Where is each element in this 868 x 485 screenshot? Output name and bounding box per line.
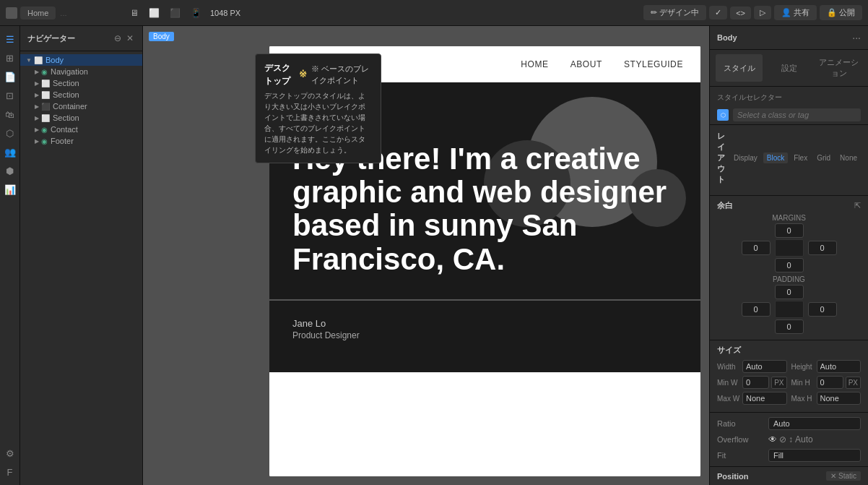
hero2-name: Jane Lo	[292, 318, 677, 329]
foot-item-icon: ◉	[41, 137, 48, 145]
width-select[interactable]: Auto	[742, 360, 787, 373]
position-value: Static	[838, 472, 856, 480]
padding-left-input[interactable]	[742, 302, 771, 317]
padding-label: PADDING	[717, 275, 861, 283]
min-w-input[interactable]	[742, 376, 769, 389]
tablet-view-button[interactable]: ⬜	[144, 5, 164, 21]
tab-animations[interactable]: アニメーション	[815, 54, 862, 82]
body-item-icon: ⬜	[34, 56, 43, 64]
layout-title: レイアウト	[717, 131, 730, 185]
tooltip-description: デスクトップのスタイルは、より大きい又は小さいブレイクポイントで上書きされていな…	[264, 90, 372, 155]
interactions-icon[interactable]: ⬡	[1, 124, 19, 142]
tree-item-footer[interactable]: ▶ ◉ Footer	[20, 135, 142, 147]
overflow-eye-icon[interactable]: 👁	[768, 434, 777, 445]
style-selector-label: スタイルセレクター	[710, 87, 868, 106]
margin-left-input[interactable]	[742, 241, 771, 255]
tooltip-title: デスクトップ ※ ※ ベースのブレイクポイント	[264, 61, 372, 87]
max-w-select[interactable]: None	[742, 392, 787, 405]
position-static-button[interactable]: ✕ Static	[826, 471, 861, 481]
nav-add-button[interactable]: ✕	[125, 32, 135, 45]
display-btn-display[interactable]: Display	[730, 153, 761, 163]
mobile-view-button[interactable]: 📱	[186, 5, 206, 21]
overflow-label: Overflow	[717, 435, 764, 444]
padding-top-input[interactable]	[775, 285, 804, 299]
fit-select[interactable]: Fill	[768, 449, 861, 462]
ecommerce-icon[interactable]: 🛍	[1, 106, 19, 123]
c-item-icon: ⬛	[41, 103, 50, 111]
icon-bar: ☰ ⊞ 📄 ⊡ 🛍 ⬡ 👥 ⬢ 📊 ⚙ F	[0, 26, 20, 485]
overflow-scroll-icon[interactable]: ↕	[789, 434, 793, 445]
overflow-auto-icon[interactable]: Auto	[795, 434, 813, 445]
max-h-select[interactable]: None	[817, 392, 862, 405]
display-btn-block[interactable]: Block	[763, 153, 788, 163]
expand-margin-icon[interactable]: ⇱	[854, 201, 861, 210]
position-section: Position ✕ Static ▶ Float and clear	[710, 467, 868, 485]
tree-item-container[interactable]: ▶ ⬛ Container	[20, 100, 142, 112]
tree-item-section2[interactable]: ▶ ⬜ Section	[20, 89, 142, 100]
nav-link-home[interactable]: HOME	[521, 59, 548, 69]
width-group: Width Auto	[717, 360, 787, 373]
max-h-group: Max H None	[791, 392, 862, 405]
nav-item-label: Navigation	[51, 67, 138, 76]
topbar-logo	[6, 7, 17, 19]
tab-settings[interactable]: 設定	[765, 54, 812, 82]
publish-button[interactable]: 🔒 公開	[820, 5, 862, 20]
padding-right-input[interactable]	[808, 302, 837, 317]
website-nav-links: HOME ABOUT STYLEGUIDE	[521, 59, 683, 69]
topbar-left: Home ...	[0, 7, 123, 20]
overflow-slash-icon[interactable]: ⊘	[779, 434, 786, 445]
hero2-title: Product Designer	[292, 330, 677, 340]
apps-icon[interactable]: F	[1, 463, 19, 481]
seo-icon[interactable]: 📊	[1, 181, 19, 198]
home-button[interactable]: Home	[20, 7, 56, 20]
margin-right-input[interactable]	[808, 241, 837, 255]
body-item-label: Body	[45, 56, 138, 64]
icon-bar-bottom: ⚙ F	[1, 445, 19, 481]
padding-center-box	[775, 301, 804, 318]
assets-icon[interactable]: ⊞	[1, 49, 19, 66]
display-btn-flex[interactable]: Flex	[790, 153, 811, 163]
fit-row: Fit Fill	[710, 447, 868, 464]
display-btn-none[interactable]: None	[836, 153, 861, 163]
min-h-input[interactable]	[817, 376, 843, 389]
tree-item-contact[interactable]: ▶ ◉ Contact	[20, 124, 142, 135]
nav-collapse-button[interactable]: ⊖	[113, 32, 123, 45]
fit-label: Fit	[717, 451, 764, 460]
tree-item-section1[interactable]: ▶ ⬜ Section	[20, 77, 142, 89]
cms-icon[interactable]: ⊡	[1, 87, 19, 104]
desktop-view-button[interactable]: 🖥	[126, 5, 143, 21]
tablet-small-button[interactable]: ⬛	[165, 5, 185, 21]
pages-icon[interactable]: 📄	[1, 68, 19, 85]
tree-item-section3[interactable]: ▶ ⬜ Section	[20, 112, 142, 124]
padding-bottom-input[interactable]	[775, 319, 804, 334]
c-item-label: Container	[53, 102, 138, 111]
tree-item-body[interactable]: ▼ ⬜ Body	[20, 54, 142, 66]
display-btn-grid[interactable]: Grid	[813, 153, 834, 163]
members-icon[interactable]: 👥	[1, 143, 19, 160]
ratio-select[interactable]: Auto	[768, 417, 861, 430]
max-w-label: Max W	[717, 395, 740, 403]
height-select[interactable]: Auto	[817, 360, 862, 373]
share-button[interactable]: 👤 共有	[774, 5, 817, 20]
margin-top-input[interactable]	[775, 223, 804, 238]
nav-link-about[interactable]: ABOUT	[570, 59, 602, 69]
selector-input[interactable]	[733, 108, 861, 121]
panel-more-icon[interactable]: ···	[852, 32, 861, 43]
code-button[interactable]: <>	[730, 7, 751, 20]
margins-label: MARGINS	[717, 214, 861, 222]
margin-bottom-input[interactable]	[775, 258, 804, 272]
play-button[interactable]: ▷	[754, 6, 771, 20]
nav-link-styleguide[interactable]: STYLEGUIDE	[624, 59, 683, 69]
layers-icon[interactable]: ☰	[1, 30, 19, 48]
s1-arrow-icon: ▶	[35, 80, 39, 87]
tree-item-navigation[interactable]: ▶ ◉ Navigation	[20, 66, 142, 77]
foot-item-label: Footer	[51, 137, 138, 145]
more-menu[interactable]: ...	[60, 9, 66, 17]
design-mode-button[interactable]: ✏ デザイン中	[643, 5, 706, 20]
tab-style[interactable]: スタイル	[716, 54, 763, 82]
logic-icon[interactable]: ⬢	[1, 162, 19, 179]
check-button[interactable]: ✓	[709, 6, 727, 20]
position-x-icon: ✕	[830, 472, 838, 480]
settings-icon[interactable]: ⚙	[1, 445, 19, 462]
size-row-minwh: Min W PX Min H PX	[717, 376, 861, 389]
